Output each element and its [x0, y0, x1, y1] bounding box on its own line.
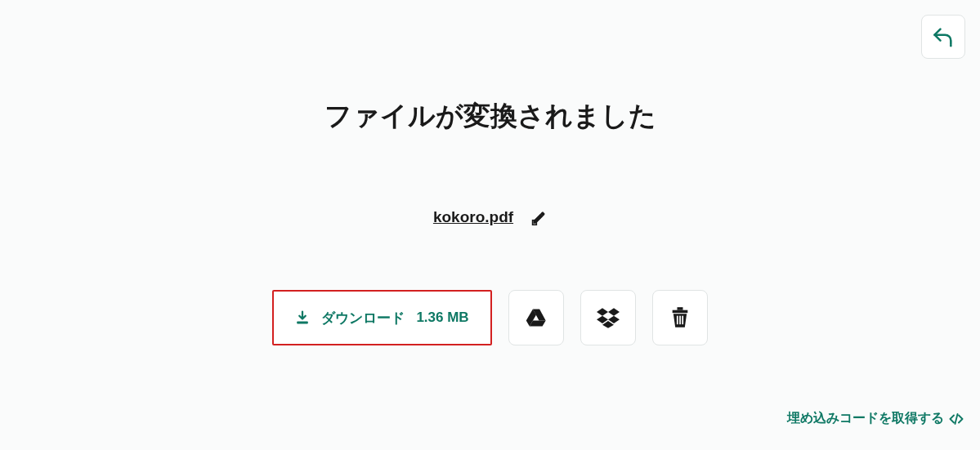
download-icon: [295, 310, 310, 325]
download-size: 1.36 MB: [416, 310, 468, 326]
page-title: ファイルが変換されました: [0, 98, 980, 135]
svg-point-0: [950, 45, 952, 47]
svg-line-8: [955, 414, 958, 424]
svg-rect-3: [672, 310, 687, 314]
embed-code-label: 埋め込みコードを取得する: [787, 410, 944, 427]
svg-rect-6: [679, 316, 681, 325]
svg-rect-4: [677, 307, 682, 310]
dropbox-button[interactable]: [580, 290, 636, 345]
actions-row: ダウンロード 1.36 MB: [0, 290, 980, 345]
trash-icon: [669, 306, 691, 329]
filename[interactable]: kokoro.pdf: [433, 208, 513, 226]
delete-button[interactable]: [652, 290, 708, 345]
google-drive-button[interactable]: [508, 290, 564, 345]
file-row: kokoro.pdf: [0, 208, 980, 226]
embed-code-link[interactable]: 埋め込みコードを取得する: [787, 410, 964, 427]
code-icon: [949, 412, 964, 426]
undo-icon: [932, 25, 955, 48]
svg-rect-7: [682, 316, 683, 325]
svg-rect-2: [298, 322, 309, 324]
download-label: ダウンロード: [321, 309, 405, 327]
edit-icon: [531, 210, 547, 225]
back-button[interactable]: [921, 15, 965, 59]
download-button[interactable]: ダウンロード 1.36 MB: [272, 290, 491, 345]
dropbox-icon: [597, 306, 620, 329]
google-drive-icon: [525, 306, 548, 329]
main-content: ファイルが変換されました kokoro.pdf ダウンロード 1.36 MB: [0, 98, 980, 345]
edit-filename-button[interactable]: [531, 210, 547, 225]
svg-rect-5: [677, 316, 678, 325]
